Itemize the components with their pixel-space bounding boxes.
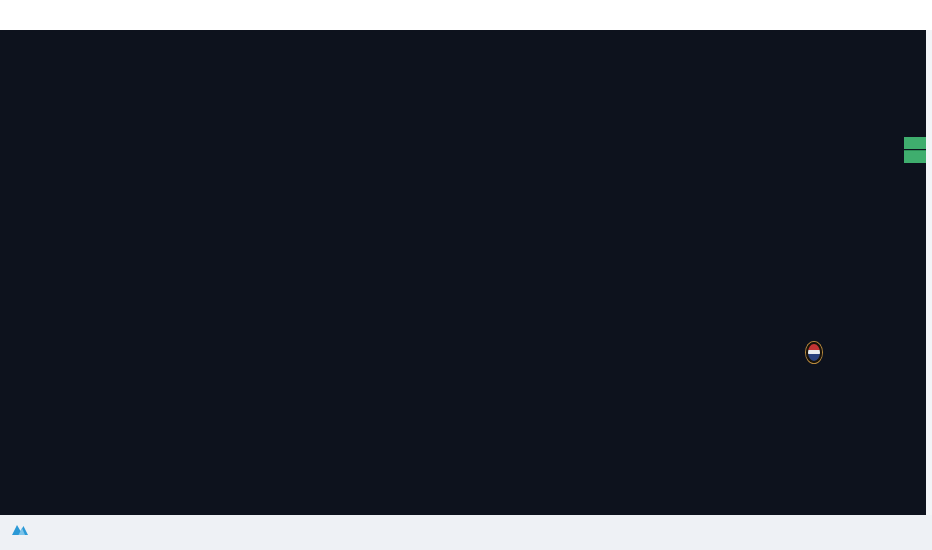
right-gutter [926, 30, 932, 515]
tradingview-snapshot-page [0, 0, 932, 550]
tradingview-logo-icon[interactable] [12, 523, 28, 535]
snapshot-footer [0, 515, 932, 550]
striped-roundel-sticker [806, 342, 822, 363]
bar-countdown-badge [904, 150, 926, 163]
chart-svg[interactable] [0, 30, 926, 515]
snapshot-header [0, 0, 932, 30]
symbol-info-line [8, 16, 29, 26]
last-price-badge [904, 137, 926, 149]
chart-canvas[interactable] [0, 30, 926, 515]
